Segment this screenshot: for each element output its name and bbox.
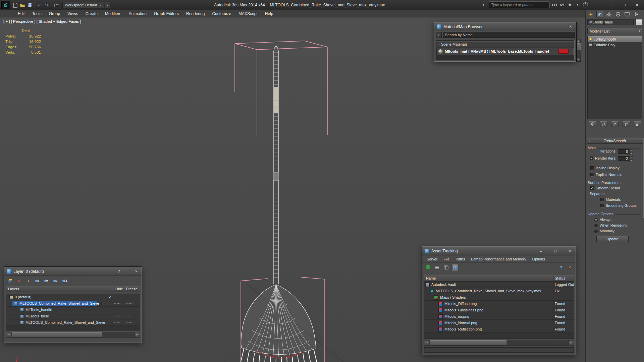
hide-toggle[interactable]: ----- bbox=[114, 295, 121, 299]
rake-wireframe-model[interactable] bbox=[239, 46, 318, 362]
asset-menu-options[interactable]: Options bbox=[529, 257, 548, 261]
set-current-layer-button[interactable] bbox=[52, 278, 58, 284]
make-unique-button[interactable] bbox=[611, 121, 619, 127]
menu-create[interactable]: Create bbox=[82, 11, 101, 16]
menu-graph-editors[interactable]: Graph Editors bbox=[150, 11, 182, 16]
asset-menu-bitmap-performance-and-memory[interactable]: Bitmap Performance and Memory bbox=[468, 257, 529, 261]
iterations-value[interactable]: 0 bbox=[618, 149, 629, 154]
scroll-left-button[interactable]: ◄ bbox=[424, 340, 429, 345]
material-browser-titlebar[interactable]: Material/Map Browser × bbox=[434, 22, 576, 31]
layer-row[interactable]: MLTools_base---------- bbox=[6, 313, 140, 319]
scro''ll-up-button[interactable]: ▲ bbox=[577, 39, 581, 43]
select-layer-objects-button[interactable] bbox=[43, 278, 49, 284]
spin-up-icon[interactable]: ▲ bbox=[629, 156, 633, 159]
menu-tools[interactable]: Tools bbox=[29, 11, 45, 16]
asset-tracking-titlebar[interactable]: Asset Tracking – □ × bbox=[422, 247, 576, 255]
spin-up-icon[interactable]: ▲ bbox=[629, 149, 633, 152]
asset-row[interactable]: 3MLTOOLS_Combined_Rake_Shovel_and_Sieve_… bbox=[424, 288, 574, 294]
column-hide[interactable]: Hide bbox=[115, 287, 123, 291]
turbosmooth-rollout-header[interactable]: - TurboSmooth bbox=[587, 138, 643, 144]
asset-row[interactable]: Autodesk VaultLogged Out bbox=[424, 282, 574, 288]
rollout-scrollbar-strip[interactable] bbox=[643, 138, 644, 218]
help-button[interactable]: ? bbox=[582, 2, 588, 8]
manually-radio[interactable] bbox=[594, 230, 598, 233]
update-button[interactable]: Update bbox=[596, 236, 629, 242]
close-button[interactable]: × bbox=[568, 24, 574, 29]
column-name[interactable]: Name bbox=[424, 276, 436, 280]
application-menu-button[interactable] bbox=[1, 1, 10, 9]
menu-modifiers[interactable]: Modifiers bbox=[101, 11, 125, 16]
materials-checkbox[interactable] bbox=[600, 198, 604, 201]
iterations-spinner[interactable]: 0 ▲▼ bbox=[618, 149, 633, 155]
material-browser-scrollbar[interactable]: ▲ ▼ bbox=[577, 39, 581, 62]
layer-properties-button[interactable] bbox=[61, 278, 67, 284]
minimize-button[interactable]: – bbox=[605, 0, 618, 9]
render-iters-value[interactable]: 2 bbox=[618, 156, 629, 161]
material-search-input[interactable] bbox=[443, 32, 575, 38]
tab-display[interactable] bbox=[624, 11, 630, 17]
asset-menu-server[interactable]: Server bbox=[424, 257, 440, 261]
menu-rendering[interactable]: Rendering bbox=[182, 11, 208, 16]
asset-menu-file[interactable]: File bbox=[440, 257, 452, 261]
hide-toggle[interactable]: ----- bbox=[114, 314, 121, 318]
new-scene-button[interactable] bbox=[11, 1, 19, 9]
close-button[interactable]: × bbox=[631, 0, 643, 9]
chevron-down-icon[interactable]: ▼ bbox=[575, 2, 581, 8]
freeze-toggle[interactable]: ----- bbox=[126, 302, 133, 305]
freeze-toggle[interactable]: ----- bbox=[126, 295, 133, 299]
asset-row[interactable]: Maps / Shaders bbox=[424, 294, 574, 301]
scrollbar-track[interactable] bbox=[577, 43, 581, 57]
stack-item-turbosmooth[interactable]: TurboSmooth bbox=[588, 36, 642, 42]
favorites-star-icon[interactable]: ★ bbox=[567, 2, 573, 8]
freeze-toggle[interactable]: ----- bbox=[126, 308, 133, 311]
scroll-left-button[interactable]: ◄ bbox=[6, 332, 11, 337]
scroll-down-button[interactable]: ▼ bbox=[577, 57, 581, 61]
table-view-button[interactable] bbox=[452, 264, 458, 270]
scrollbar-track[interactable] bbox=[11, 332, 135, 337]
spin-down-icon[interactable]: ▼ bbox=[629, 159, 633, 162]
save-file-button[interactable] bbox=[26, 1, 34, 9]
show-end-result-button[interactable] bbox=[600, 121, 607, 127]
freeze-toggle[interactable]: ----- bbox=[126, 321, 133, 324]
hide-toggle[interactable]: ----- bbox=[114, 321, 121, 324]
help-button[interactable]: ? bbox=[116, 269, 122, 274]
binoculars-search-icon[interactable] bbox=[551, 2, 557, 8]
asset-row[interactable]: Mltools_Glossiness.pngFound bbox=[424, 307, 574, 313]
object-color-swatch[interactable] bbox=[635, 19, 642, 25]
layer-horizontal-scrollbar[interactable]: ◄ ► bbox=[6, 332, 140, 338]
scrollbar-thumb[interactable] bbox=[12, 332, 102, 337]
edit-paths-button[interactable] bbox=[567, 264, 573, 270]
list-view-button[interactable] bbox=[434, 264, 440, 270]
modifier-enabled-bulb-icon[interactable] bbox=[589, 38, 592, 41]
modifier-list-dropdown[interactable]: Modifier List ▼ bbox=[587, 28, 642, 34]
layer-row[interactable]: 0 (default)✓---------- bbox=[6, 294, 140, 300]
layer-window-titlebar[interactable]: Layer: 0 (default) ? × bbox=[4, 267, 142, 276]
when-rendering-radio[interactable] bbox=[594, 224, 598, 227]
smoothing-groups-checkbox[interactable] bbox=[600, 204, 604, 207]
help-button[interactable]: ? bbox=[558, 264, 564, 270]
browser-options-button[interactable]: ▼ bbox=[436, 32, 442, 38]
asset-menu-paths[interactable]: Paths bbox=[452, 257, 468, 261]
material-entry[interactable]: Mltools_mat ( VRayMtl ) [MLTools_base,ML… bbox=[437, 48, 574, 55]
configure-modifier-sets-button[interactable] bbox=[634, 121, 641, 127]
column-freeze[interactable]: Freeze bbox=[126, 287, 138, 291]
scrollbar-track[interactable] bbox=[429, 340, 569, 345]
maximize-button[interactable]: □ bbox=[618, 0, 631, 9]
tab-hierarchy[interactable] bbox=[605, 11, 612, 17]
column-status[interactable]: Status bbox=[555, 276, 565, 280]
layer-row[interactable]: MLTOOLS_Combined_Rake_Shovel_and_Sieve--… bbox=[6, 300, 140, 307]
asset-horizontal-scrollbar[interactable]: ◄ ► bbox=[424, 340, 574, 346]
explicit-normals-checkbox[interactable] bbox=[590, 173, 594, 177]
project-folder-button[interactable] bbox=[53, 1, 60, 9]
column-separator[interactable] bbox=[553, 276, 553, 281]
minimize-button[interactable]: – bbox=[538, 249, 544, 253]
close-button[interactable]: × bbox=[133, 269, 139, 274]
smooth-result-checkbox[interactable]: ✓ bbox=[590, 186, 594, 190]
menu-maxscript[interactable]: MAXScript bbox=[235, 11, 261, 16]
menu-customize[interactable]: Customize bbox=[208, 11, 235, 16]
tab-create[interactable] bbox=[587, 11, 594, 17]
freeze-toggle[interactable]: ----- bbox=[126, 314, 133, 318]
tab-motion[interactable] bbox=[614, 11, 621, 17]
workspace-options-button[interactable]: ▼ bbox=[105, 2, 110, 8]
menu-animation[interactable]: Animation bbox=[125, 11, 150, 16]
